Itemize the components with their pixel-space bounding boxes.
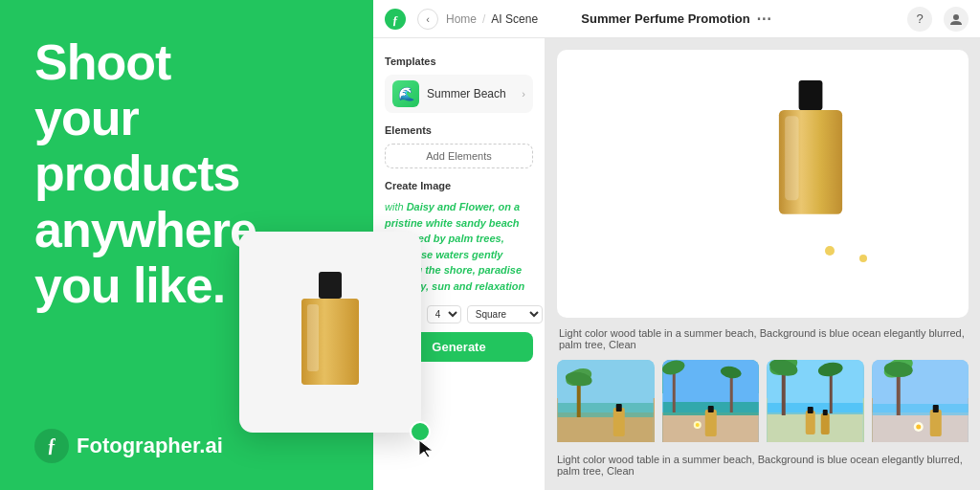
- svg-rect-0: [319, 272, 342, 299]
- svg-rect-35: [616, 404, 622, 412]
- svg-rect-56: [808, 407, 813, 413]
- add-elements-button[interactable]: Add Elements: [385, 144, 533, 168]
- headline-line1: Shoot: [34, 34, 170, 90]
- breadcrumb: Home / AI Scene: [446, 12, 538, 26]
- template-item-left: 🌊 Summer Beach: [392, 80, 506, 107]
- svg-rect-53: [830, 371, 833, 413]
- svg-rect-61: [872, 404, 968, 415]
- right-panel: ƒ ‹ Home / AI Scene Summer Perfume Promo…: [373, 0, 980, 490]
- svg-rect-3: [307, 304, 319, 371]
- generation-shape-select[interactable]: Square Portrait Landscape: [467, 305, 543, 323]
- headline-line4: you like.: [34, 257, 225, 313]
- main-canvas[interactable]: [557, 50, 969, 318]
- svg-rect-39: [672, 369, 675, 412]
- canvas-area: Light color wood table in a summer beach…: [546, 38, 980, 490]
- svg-point-14: [826, 232, 834, 247]
- svg-rect-34: [613, 408, 625, 436]
- svg-point-46: [695, 423, 699, 427]
- svg-rect-30: [558, 403, 654, 417]
- perfume-bottle-canvas: [768, 78, 854, 222]
- svg-rect-57: [821, 413, 830, 434]
- user-avatar-button[interactable]: [944, 7, 969, 32]
- brand-name: Fotographer.ai: [77, 434, 223, 458]
- headline-line2: your products: [34, 90, 239, 201]
- svg-point-21: [860, 244, 866, 256]
- title-options-button[interactable]: ⋯: [756, 10, 772, 28]
- svg-point-15: [826, 255, 834, 270]
- breadcrumb-home[interactable]: Home: [446, 12, 477, 26]
- templates-section-title: Templates: [385, 56, 533, 67]
- user-icon: [949, 12, 963, 26]
- daisy-flower-decoration: [815, 222, 892, 279]
- results-description-label: Light color wood table in a summer beach…: [557, 327, 969, 350]
- svg-rect-41: [729, 374, 732, 412]
- svg-rect-12: [785, 116, 798, 200]
- svg-text:ƒ: ƒ: [47, 434, 56, 456]
- nav-back-button[interactable]: ‹: [417, 9, 438, 30]
- results-grid: [557, 360, 969, 442]
- beach-scene-4: [872, 360, 969, 442]
- main-content: Templates 🌊 Summer Beach › Elements Add …: [373, 38, 980, 490]
- app-logo-icon: ƒ: [385, 9, 406, 30]
- beach-scene-2: [662, 360, 760, 442]
- perfume-bottle-preview: [292, 270, 368, 394]
- headline-line3: anywhere: [34, 202, 256, 257]
- svg-point-9: [953, 14, 959, 20]
- brand-logo-icon: ƒ: [34, 429, 69, 463]
- svg-point-20: [825, 246, 835, 256]
- elements-section-title: Elements: [385, 124, 533, 136]
- svg-rect-65: [929, 410, 941, 436]
- template-name: Summer Beach: [427, 87, 506, 100]
- breadcrumb-scene[interactable]: AI Scene: [491, 12, 538, 26]
- svg-rect-43: [704, 410, 716, 436]
- breadcrumb-separator: /: [482, 12, 485, 26]
- result-thumb-3[interactable]: [767, 360, 864, 442]
- left-panel: Shoot your products anywhere you like.: [0, 0, 373, 490]
- svg-point-68: [916, 425, 921, 430]
- top-bar-actions: ?: [907, 7, 969, 32]
- svg-point-27: [859, 255, 867, 262]
- template-summer-beach[interactable]: 🌊 Summer Beach ›: [385, 75, 533, 113]
- svg-point-22: [860, 261, 866, 273]
- svg-rect-55: [806, 411, 815, 434]
- chevron-right-icon: ›: [522, 88, 525, 100]
- floating-product-card: [239, 232, 421, 433]
- brand-area: ƒ Fotographer.ai: [34, 429, 339, 463]
- svg-rect-66: [932, 405, 938, 412]
- elements-section: Elements Add Elements: [385, 124, 533, 168]
- beach-scene-3: [767, 360, 864, 442]
- page-title-area: Summer Perfume Promotion ⋯: [581, 10, 771, 28]
- generation-count-select[interactable]: 4 2 6: [427, 305, 461, 323]
- create-image-title: Create Image: [385, 180, 533, 191]
- page-title: Summer Perfume Promotion: [581, 11, 749, 26]
- svg-rect-44: [707, 406, 713, 412]
- create-image-prefix: with: [385, 201, 407, 212]
- top-bar: ƒ ‹ Home / AI Scene Summer Perfume Promo…: [373, 0, 980, 38]
- cursor-icon: [417, 438, 438, 459]
- beach-scene-1: [557, 360, 655, 442]
- svg-rect-58: [823, 410, 828, 415]
- help-button[interactable]: ?: [907, 7, 932, 32]
- svg-marker-4: [419, 440, 433, 457]
- svg-rect-10: [799, 80, 823, 110]
- result-thumb-4[interactable]: [872, 360, 969, 442]
- result-thumb-2[interactable]: [662, 360, 760, 442]
- result-thumb-1[interactable]: [557, 360, 655, 442]
- bottom-results-label: Light color wood table in a summer beach…: [557, 452, 969, 479]
- svg-text:ƒ: ƒ: [392, 12, 399, 27]
- template-thumbnail: 🌊: [392, 80, 419, 107]
